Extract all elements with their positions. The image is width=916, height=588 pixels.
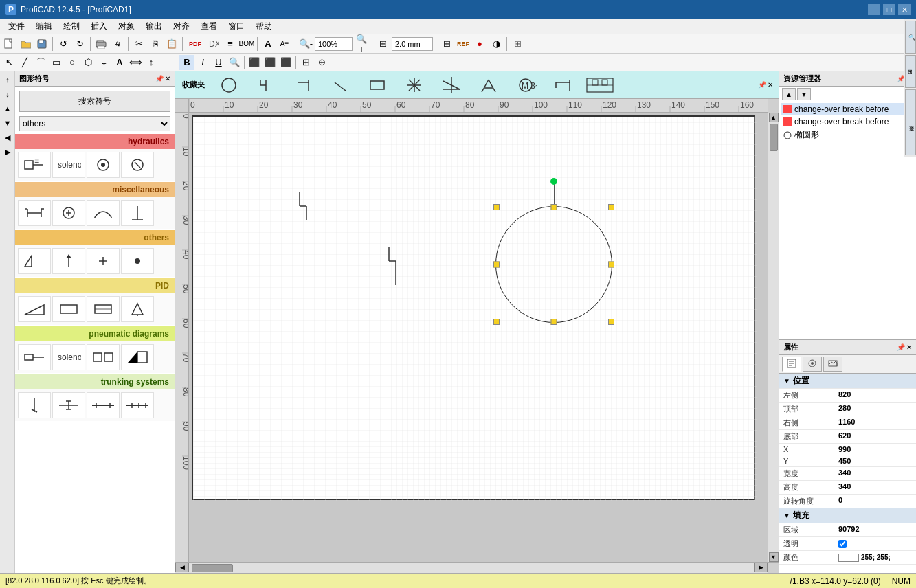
- cat-header-trunking[interactable]: trunking systems: [15, 374, 175, 389]
- category-select[interactable]: others hydraulics miscellaneous PID pneu…: [19, 116, 170, 131]
- text-search[interactable]: 🔍: [227, 55, 242, 70]
- handle-mid-left[interactable]: [493, 262, 500, 268]
- resource-up[interactable]: ▲: [782, 88, 796, 100]
- menu-window[interactable]: 窗口: [223, 19, 250, 34]
- align-center[interactable]: ⬛: [262, 55, 278, 70]
- measure-tool[interactable]: ⟺: [128, 55, 143, 70]
- text2-button[interactable]: A≡: [277, 36, 292, 52]
- italic-text[interactable]: I: [195, 55, 210, 70]
- fav-motor[interactable]: M 3~: [509, 73, 543, 98]
- fav-sym2[interactable]: [286, 73, 320, 98]
- menu-output[interactable]: 输出: [140, 19, 168, 34]
- polygon-tool[interactable]: ⬡: [80, 55, 96, 70]
- sym-trunking-3[interactable]: [87, 392, 120, 418]
- more-button[interactable]: ⊞: [510, 36, 525, 52]
- sym-pneumatic-3[interactable]: [87, 344, 120, 370]
- resource-item-1[interactable]: change-over break before: [781, 115, 915, 128]
- fav-sym1[interactable]: [249, 73, 283, 98]
- sym-misc-2[interactable]: [52, 200, 85, 226]
- cat-header-others[interactable]: others: [15, 230, 175, 245]
- resource-down[interactable]: ▼: [797, 88, 811, 100]
- align-left[interactable]: ⬛: [247, 55, 262, 70]
- cat-header-pid[interactable]: PID: [15, 278, 175, 293]
- menu-edit[interactable]: 编辑: [30, 19, 58, 34]
- resource-item-2[interactable]: 椭圆形: [781, 128, 915, 142]
- pdf-button[interactable]: PDF: [186, 36, 205, 52]
- grid-button[interactable]: ⊞: [439, 36, 454, 52]
- dxf-button[interactable]: DXF: [206, 36, 221, 52]
- handle-top-right[interactable]: [608, 204, 614, 210]
- filter-icon[interactable]: ⊞: [905, 71, 916, 88]
- lvt-btn-3[interactable]: ▲: [1, 102, 14, 115]
- text-tool[interactable]: A: [112, 55, 127, 70]
- arc-tool[interactable]: ⌒: [33, 55, 48, 70]
- menu-draw[interactable]: 绘制: [58, 19, 85, 34]
- props-close-icon[interactable]: ✕: [906, 343, 912, 351]
- wire-tool[interactable]: —: [159, 55, 175, 70]
- transparency-checkbox[interactable]: [838, 540, 847, 548]
- fav-sym10[interactable]: [546, 73, 580, 98]
- undo-button[interactable]: ↺: [56, 36, 71, 52]
- lvt-btn-2[interactable]: ↓: [1, 87, 14, 101]
- select-tool[interactable]: ↖: [1, 55, 16, 70]
- fav-rect[interactable]: [360, 73, 394, 98]
- props-tab-image[interactable]: [823, 357, 842, 372]
- sym-misc-1[interactable]: [18, 200, 51, 226]
- fav-transformer[interactable]: [583, 73, 617, 98]
- snap-button[interactable]: ⊞: [375, 36, 390, 52]
- line-tool[interactable]: ╱: [17, 55, 32, 70]
- props-pin-icon[interactable]: 📌: [897, 343, 905, 351]
- redo-button[interactable]: ↻: [72, 36, 87, 52]
- selected-ellipse[interactable]: [495, 206, 612, 323]
- open-button[interactable]: [18, 36, 33, 52]
- maximize-button[interactable]: □: [883, 4, 895, 15]
- props-section-collapse[interactable]: ▼: [783, 377, 790, 385]
- sym-others-3[interactable]: [87, 248, 120, 274]
- resources-icon[interactable]: 资源: [905, 89, 916, 155]
- scroll-down[interactable]: ▼: [769, 552, 779, 562]
- rect-tool[interactable]: ▭: [49, 55, 64, 70]
- handle-top-left[interactable]: [493, 204, 500, 210]
- sym-trunking-2[interactable]: [52, 392, 85, 418]
- menu-align[interactable]: 对齐: [168, 19, 195, 34]
- fav-lambda[interactable]: [471, 73, 506, 98]
- save-button[interactable]: [34, 36, 49, 52]
- fill-button[interactable]: ◑: [489, 36, 504, 52]
- cut-button[interactable]: ✂: [131, 36, 146, 52]
- sym-trunking-1[interactable]: [18, 392, 51, 418]
- resource-item-0[interactable]: change-over break before: [781, 103, 915, 115]
- menu-object[interactable]: 对象: [113, 19, 140, 34]
- zoom-input[interactable]: [315, 37, 353, 51]
- ellipse-tool[interactable]: ○: [65, 55, 80, 70]
- dimension-tool[interactable]: ↕: [144, 55, 159, 70]
- cat-header-hydraulics[interactable]: hydraulics: [15, 134, 175, 149]
- cat-header-pneumatic[interactable]: pneumatic diagrams: [15, 326, 175, 341]
- menu-insert[interactable]: 插入: [85, 19, 113, 34]
- sym-pid-4[interactable]: [121, 296, 154, 322]
- rotation-handle[interactable]: [550, 178, 557, 185]
- sym-hydraulics-2[interactable]: solenoid: [52, 152, 85, 178]
- bom-button[interactable]: BOM: [239, 36, 254, 52]
- paste-button[interactable]: 📋: [164, 36, 179, 52]
- lvt-btn-6[interactable]: ▶: [1, 145, 14, 159]
- sym-pneumatic-4[interactable]: [121, 344, 154, 370]
- menu-view[interactable]: 查看: [195, 19, 223, 34]
- fav-circle[interactable]: [212, 73, 246, 98]
- underline-text[interactable]: U: [211, 55, 226, 70]
- props-fill-collapse[interactable]: ▼: [783, 512, 790, 519]
- drawing-canvas[interactable]: ▲ ▼: [189, 113, 779, 562]
- sym-pneumatic-2[interactable]: solenoid: [52, 344, 85, 370]
- copy-button[interactable]: ⎘: [148, 36, 163, 52]
- align-right[interactable]: ⬛: [278, 55, 293, 70]
- menu-help[interactable]: 帮助: [250, 19, 278, 34]
- handle-top-mid[interactable]: [551, 204, 557, 210]
- sym-pneumatic-1[interactable]: [18, 344, 51, 370]
- fav-sym3[interactable]: [323, 73, 357, 98]
- color-button[interactable]: ●: [472, 36, 487, 52]
- sym-hydraulics-3[interactable]: [87, 152, 120, 178]
- scroll-right[interactable]: ▶: [754, 563, 768, 572]
- handle-bottom-left[interactable]: [493, 319, 500, 325]
- v-scrollbar[interactable]: ▲ ▼: [768, 113, 779, 562]
- scroll-thumb-h[interactable]: [192, 564, 233, 572]
- sym-others-1[interactable]: [18, 248, 51, 274]
